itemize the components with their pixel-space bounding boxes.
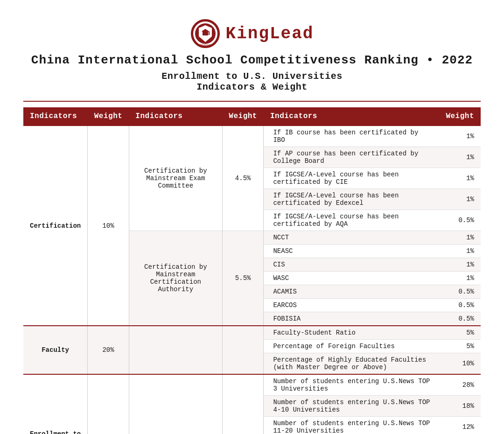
row-weight: 0.5% (439, 312, 481, 326)
row-indicator: Number of students entering U.S.News TOP… (264, 417, 439, 434)
row-indicator: Percentage of Highly Educated Faculties … (264, 353, 439, 375)
page-wrapper: KingLead KingLead China International Sc… (9, 9, 495, 434)
row-indicator: WASC (264, 272, 439, 285)
row-indicator: If IGCSE/A-Level course has been certifi… (264, 168, 439, 189)
row-indicator: CIS (264, 258, 439, 272)
row-weight: 1% (439, 126, 481, 147)
th-indicators-2: Indicators (129, 107, 222, 126)
sub-title-line2: Indicators & Weight (196, 82, 308, 92)
row-indicator: Faculty-Student Ratio (264, 326, 439, 340)
th-indicators-3: Indicators (264, 107, 439, 126)
row-weight: 12% (439, 417, 481, 434)
main-table: Indicators Weight Indicators Weight Indi… (23, 107, 481, 434)
table-row: Enrollment to Universities70%Number of s… (23, 374, 481, 396)
row-indicator: Number of students entering U.S.News TOP… (264, 374, 439, 396)
row-indicator: If IGCSE/A-Level course has been certifi… (264, 210, 439, 231)
sub-section-name: Certification by Mainstream Certificatio… (129, 231, 222, 326)
table-row: Certification10%Certification by Mainstr… (23, 126, 481, 147)
th-weight-1: Weight (88, 107, 129, 126)
row-weight: 1% (439, 272, 481, 285)
logo-row: KingLead KingLead (190, 19, 314, 49)
sub-section-weight-empty (222, 374, 264, 434)
sub-section-name: Certification by Mainstream Exam Committ… (129, 126, 222, 231)
row-indicator: If AP course has been certificated by Co… (264, 147, 439, 168)
row-indicator: Number of students entering U.S.News TOP… (264, 396, 439, 417)
table-row: Faculty20%Faculty-Student Ratio5% (23, 326, 481, 340)
row-indicator: ACAMIS (264, 285, 439, 299)
sub-section-name-empty (129, 374, 222, 434)
sub-section-weight-empty (222, 326, 264, 374)
section-name: Faculty (23, 326, 88, 374)
brand-name: KingLead (226, 24, 314, 43)
section-weight: 20% (88, 326, 129, 374)
sub-title-line1: Enrollment to U.S. Universities (161, 71, 343, 82)
sub-section-weight: 5.5% (222, 231, 264, 326)
row-weight: 1% (439, 168, 481, 189)
row-weight: 1% (439, 189, 481, 210)
row-weight: 18% (439, 396, 481, 417)
row-weight: 5% (439, 326, 481, 340)
row-indicator: Percentage of Foreign Faculties (264, 340, 439, 353)
kinglead-logo-icon: KingLead (190, 19, 220, 49)
row-indicator: FOBISIA (264, 312, 439, 326)
th-weight-2: Weight (222, 107, 264, 126)
sub-section-weight: 4.5% (222, 126, 264, 231)
main-title: China International School Competitivene… (31, 53, 473, 67)
row-indicator: If IB course has been certificated by IB… (264, 126, 439, 147)
row-indicator: NEASC (264, 245, 439, 258)
row-weight: 10% (439, 353, 481, 375)
table-body: Certification10%Certification by Mainstr… (23, 126, 481, 434)
row-weight: 28% (439, 374, 481, 396)
row-indicator: EARCOS (264, 299, 439, 312)
row-weight: 0.5% (439, 299, 481, 312)
row-weight: 1% (439, 147, 481, 168)
table-header-row: Indicators Weight Indicators Weight Indi… (23, 107, 481, 126)
header-divider (23, 101, 481, 102)
row-weight: 0.5% (439, 210, 481, 231)
row-weight: 1% (439, 231, 481, 245)
section-name: Certification (23, 126, 88, 326)
row-indicator: NCCT (264, 231, 439, 245)
svg-text:KingLead: KingLead (200, 43, 210, 46)
section-weight: 10% (88, 126, 129, 326)
th-weight-3: Weight (439, 107, 481, 126)
header: KingLead KingLead China International Sc… (23, 19, 481, 92)
row-weight: 0.5% (439, 285, 481, 299)
row-weight: 1% (439, 245, 481, 258)
row-weight: 5% (439, 340, 481, 353)
th-indicators-1: Indicators (23, 107, 88, 126)
section-weight: 70% (88, 374, 129, 434)
section-name: Enrollment to Universities (23, 374, 88, 434)
row-weight: 1% (439, 258, 481, 272)
row-indicator: If IGCSE/A-Level course has been certifi… (264, 189, 439, 210)
sub-section-name-empty (129, 326, 222, 374)
